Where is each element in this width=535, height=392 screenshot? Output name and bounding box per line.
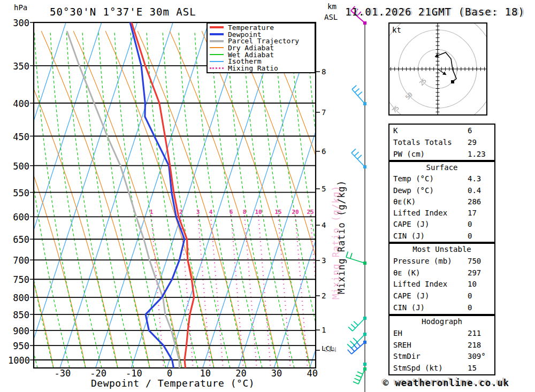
stats-table: HodographEH211SREH218StmDir309°StmSpd (k… — [388, 315, 495, 375]
stats-label: Lifted Index — [393, 209, 447, 217]
mixing-ratio-value: 20 — [288, 209, 302, 216]
legend: TemperatureDewpointParcel TrajectoryDry … — [207, 22, 316, 73]
stats-row: θᴇ(K)286 — [389, 196, 494, 207]
altitude-tick-label: 3 — [322, 256, 326, 265]
pressure-tick-label: 600 — [8, 212, 29, 222]
pressure-tick-label: 300 — [8, 18, 29, 28]
legend-item: Dry Adiabat — [208, 44, 315, 51]
wet-adiabat-line — [82, 31, 134, 368]
stats-row: SREH218 — [389, 340, 494, 351]
stats-label: CAPE (J) — [393, 291, 429, 300]
pressure-tick-label: 800 — [8, 293, 29, 303]
stats-table: SurfaceTemp (°C)4.3Dewp (°C)0.4θᴇ(K)286L… — [388, 161, 495, 243]
mixing-ratio-value: 6 — [224, 209, 238, 216]
isotherm-line — [167, 22, 280, 368]
mixing-ratio-value: 1 — [144, 209, 158, 216]
stats-value: 15 — [468, 363, 477, 374]
stats-label: Dewp (°C) — [393, 186, 434, 195]
stats-row: CIN (J)0 — [389, 230, 494, 242]
mixing-ratio-value: 10 — [251, 209, 265, 216]
stats-value: 0 — [468, 219, 472, 230]
stats-value: 10 — [468, 279, 477, 290]
mixing-ratio-value: 2 — [174, 209, 188, 216]
lcl-marker-label: LCL — [322, 344, 334, 352]
temp-tick-label: -30 — [47, 368, 79, 379]
page-title: 50°30'N 1°37'E 30m ASL — [50, 6, 196, 18]
stats-value: 29 — [468, 136, 477, 148]
stats-row: StmDir309° — [389, 351, 494, 363]
altitude-tick-label: 8 — [322, 67, 326, 76]
temp-tick-label: 10 — [189, 368, 221, 379]
stats-label: θᴇ (K) — [393, 268, 421, 277]
stats-label: CIN (J) — [393, 232, 425, 240]
pressure-tick-label: 750 — [8, 274, 29, 285]
dry-adiabat-line — [170, 31, 278, 368]
pressure-tick-label: 550 — [8, 188, 29, 198]
stats-value: 286 — [468, 196, 481, 207]
x-axis-title: Dewpoint / Temperature (°C) — [91, 378, 255, 389]
mixing-ratio-value: 3 — [191, 209, 205, 216]
stats-row: CIN (J)0 — [389, 302, 494, 314]
wet-adiabat-line — [243, 31, 294, 368]
legend-sample-thin — [210, 47, 224, 48]
stats-table-header: Most Unstable — [389, 244, 494, 256]
altitude-tick-label: 1 — [322, 326, 326, 334]
stats-value: 750 — [468, 256, 481, 267]
stats-row: Pressure (mb)750 — [389, 256, 494, 267]
watermark: © weatheronline.co.uk — [383, 378, 509, 388]
stats-label: StmDir — [393, 352, 421, 360]
temperature-curve — [132, 22, 194, 368]
legend-sample-thick — [210, 26, 224, 28]
mixing-ratio-value: 4 — [204, 209, 218, 216]
stats-label: EH — [393, 329, 402, 337]
altitude-tick-label: 7 — [322, 108, 326, 117]
altitude-axis-unit-asl: ASL — [324, 13, 338, 21]
pressure-tick-label: 700 — [8, 255, 29, 266]
pressure-tick-label: 650 — [8, 234, 29, 245]
stats-table: K6Totals Totals29PW (cm)1.23 — [388, 124, 495, 161]
mixing-ratio-value: 8 — [238, 209, 251, 216]
wet-adiabat-line — [114, 31, 166, 368]
dry-adiabat-line — [41, 31, 150, 368]
pressure-tick-label: 900 — [8, 326, 29, 336]
pressure-tick-label: 850 — [8, 310, 29, 320]
legend-item: Isotherm — [208, 58, 315, 65]
stats-label: Totals Totals — [393, 138, 452, 147]
stats-value: 211 — [468, 328, 481, 340]
dry-adiabat-line — [202, 31, 310, 368]
legend-sample-thin — [210, 61, 224, 62]
datetime-label: 11.01.2026 21GMT (Base: 18) — [345, 6, 525, 18]
temp-tick-label: 30 — [261, 368, 293, 379]
temp-tick-label: 0 — [154, 368, 186, 379]
pressure-tick-label: 350 — [8, 61, 29, 72]
stats-row: StmSpd (kt)15 — [389, 363, 494, 374]
stats-label: Lifted Index — [393, 280, 447, 288]
dry-adiabat-line — [266, 31, 374, 368]
wind-barb — [352, 86, 366, 105]
legend-item: Temperature — [208, 24, 315, 30]
stats-value: 4.3 — [468, 173, 481, 185]
wet-adiabat-line — [275, 31, 326, 368]
stats-row: CAPE (J)0 — [389, 219, 494, 230]
temp-tick-label: -20 — [82, 368, 114, 379]
stats-label: θᴇ(K) — [393, 197, 416, 206]
altitude-axis-unit-km: km — [327, 2, 337, 11]
stats-row: Temp (°C)4.3 — [389, 173, 494, 185]
mixing-ratio-value: 15 — [271, 209, 285, 216]
stats-label: StmSpd (kt) — [393, 364, 443, 372]
stats-row: K6 — [389, 125, 494, 136]
wind-barb — [346, 252, 366, 265]
stats-value: 0 — [468, 230, 472, 242]
stats-label: CIN (J) — [393, 303, 425, 312]
stats-value: 0 — [468, 290, 472, 302]
stats-value: 6 — [468, 125, 472, 136]
stats-row: CAPE (J)0 — [389, 290, 494, 302]
stats-row: Lifted Index17 — [389, 207, 494, 219]
temp-tick-label: -10 — [118, 368, 150, 379]
stats-label: CAPE (J) — [393, 220, 429, 228]
legend-item: Mixing Ratio — [208, 65, 315, 72]
wind-barb — [348, 341, 366, 354]
stats-value: 297 — [468, 267, 481, 279]
stats-table-header: Hodograph — [389, 316, 494, 328]
pressure-tick-label: 400 — [8, 98, 29, 109]
